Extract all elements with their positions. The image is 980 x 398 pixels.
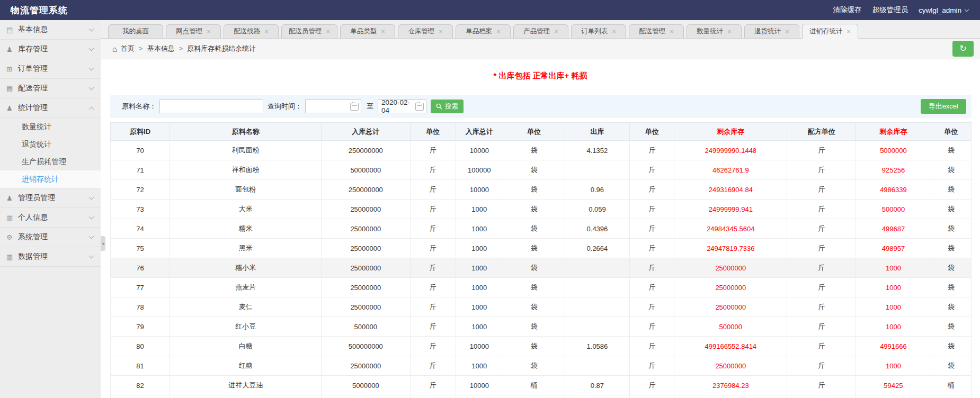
breadcrumb-separator: >: [179, 44, 183, 52]
sidebar-item-statistics[interactable]: ♟统计管理: [0, 98, 101, 118]
tab-warehouse[interactable]: 仓库管理×: [398, 24, 453, 38]
cell: [856, 395, 931, 398]
close-icon[interactable]: ×: [847, 28, 851, 35]
tab-delivery-mgmt[interactable]: 配送管理×: [629, 24, 684, 38]
sidebar-subitem-purchase-sale-stock[interactable]: 进销存统计: [0, 170, 101, 188]
table-row-partial: [111, 395, 972, 398]
column-header: 入库总计: [322, 123, 410, 141]
cell: 1000: [456, 278, 503, 297]
tab-label: 仓库管理: [408, 27, 434, 36]
clear-cache-link[interactable]: 清除缓存: [833, 5, 861, 15]
date-from-input[interactable]: [305, 100, 361, 113]
chevron-down-icon: [89, 214, 94, 220]
sidebar-item-admin[interactable]: ♟管理员管理: [0, 188, 101, 208]
close-icon[interactable]: ×: [785, 28, 789, 35]
chevron-up-icon: [89, 106, 94, 112]
cell: 1000: [856, 278, 931, 297]
cell: 斤: [629, 160, 674, 180]
sidebar-item-profile[interactable]: ▥个人信息: [0, 208, 101, 228]
cell: 斤: [410, 376, 456, 395]
tab-delivery-routes[interactable]: 配送线路×: [224, 24, 279, 38]
cell: [674, 395, 787, 398]
calendar-icon[interactable]: [350, 103, 359, 111]
sidebar-item-delivery[interactable]: ▤配送管理: [0, 79, 101, 98]
sidebar-item-orders[interactable]: ⊞订单管理: [0, 59, 101, 79]
close-icon[interactable]: ×: [554, 28, 558, 35]
search-button[interactable]: 搜索: [431, 100, 464, 113]
column-header: 入库总计: [456, 123, 503, 141]
topbar-actions: 清除缓存 超级管理员 cywlgl_admin: [833, 5, 968, 15]
tab-item-types[interactable]: 单品类型×: [340, 24, 395, 38]
sidebar-item-label: 管理员管理: [18, 193, 90, 203]
tab-couriers[interactable]: 配送员管理×: [281, 24, 337, 38]
sidebar-subitem-production-loss[interactable]: 生产损耗管理: [0, 153, 101, 170]
cell: 25000000: [674, 258, 787, 278]
cell: 斤: [787, 258, 856, 278]
document-icon: ▤: [6, 26, 18, 34]
tab-outlets[interactable]: 网点管理×: [166, 24, 221, 38]
cell: [503, 395, 565, 398]
close-icon[interactable]: ×: [670, 28, 674, 35]
breadcrumb-item[interactable]: 首页: [121, 44, 135, 52]
cell: [931, 395, 971, 398]
cell: 斤: [410, 317, 456, 337]
table-row: 77燕麦片25000000斤1000袋斤25000000斤1000袋: [111, 278, 972, 297]
close-icon[interactable]: ×: [496, 28, 501, 35]
export-excel-button[interactable]: 导出excel: [921, 99, 966, 114]
tab-returns-stats[interactable]: 退货统计×: [744, 24, 799, 38]
date-to-input[interactable]: 2020-02-04: [378, 100, 426, 113]
cell: 燕麦片: [170, 278, 322, 297]
sidebar-item-basic-info[interactable]: ▤基本信息: [0, 20, 101, 40]
material-name-input[interactable]: [159, 100, 263, 113]
close-icon[interactable]: ×: [381, 28, 385, 35]
sidebar-collapse-handle[interactable]: ◂: [101, 236, 105, 251]
cell: 袋: [503, 317, 565, 337]
tab-order-list[interactable]: 订单列表×: [571, 24, 626, 38]
sidebar-subitem-quantity-stats[interactable]: 数量统计: [0, 118, 101, 135]
tab-purchase-sale-stock[interactable]: 进销存统计×: [802, 24, 858, 39]
cell: 77: [111, 278, 170, 297]
tab-my-desktop[interactable]: 我的桌面: [108, 24, 163, 38]
cell: 80: [111, 337, 170, 356]
cell: 79: [111, 317, 170, 337]
tab-item-files[interactable]: 单品档案×: [456, 24, 511, 38]
cell: 进祥大豆油: [170, 376, 322, 395]
cell: 斤: [787, 356, 856, 376]
close-icon[interactable]: ×: [264, 28, 269, 35]
column-header: 原料ID: [111, 123, 170, 141]
cell: 袋: [503, 356, 565, 376]
close-icon[interactable]: ×: [612, 28, 616, 35]
tab-quantity-stats[interactable]: 数量统计×: [687, 24, 742, 38]
close-icon[interactable]: ×: [439, 28, 443, 35]
cell: 498957: [856, 239, 931, 258]
sidebar-subitem-returns-stats[interactable]: 退货统计: [0, 135, 101, 153]
breadcrumb-item[interactable]: 基本信息: [147, 44, 175, 52]
cell: 白糖: [170, 337, 322, 356]
close-icon[interactable]: ×: [727, 28, 732, 35]
cell: 斤: [787, 376, 856, 395]
cell: 面包粉: [170, 180, 322, 200]
refresh-button[interactable]: ↻: [952, 41, 974, 57]
user-menu[interactable]: cywlgl_admin: [919, 6, 968, 14]
cell: 1000: [856, 297, 931, 317]
tab-label: 单品类型: [350, 27, 377, 36]
cell: 499687: [856, 219, 931, 239]
cell: 袋: [503, 160, 565, 180]
close-icon[interactable]: ×: [207, 28, 211, 35]
cell: 袋: [931, 160, 971, 180]
cell: 50000000: [322, 160, 410, 180]
document-icon: ▤: [6, 85, 18, 93]
cell: 袋: [503, 278, 565, 297]
sidebar-item-system[interactable]: ⚙系统管理: [0, 228, 101, 247]
tab-products[interactable]: 产品管理×: [513, 24, 568, 38]
sidebar-item-inventory[interactable]: ♟库存管理: [0, 40, 101, 59]
grid-icon: ⊞: [6, 65, 18, 73]
cell: 0.96: [565, 180, 630, 200]
calendar-icon[interactable]: [415, 103, 424, 111]
cell: 74: [111, 219, 170, 239]
close-icon[interactable]: ×: [326, 28, 331, 35]
table-row: 82进祥大豆油5000000斤10000桶0.87斤2376984.23斤594…: [111, 376, 972, 395]
cell: 4986339: [856, 180, 931, 200]
cell: 斤: [787, 200, 856, 219]
sidebar-item-data[interactable]: ▦数据管理: [0, 247, 101, 267]
